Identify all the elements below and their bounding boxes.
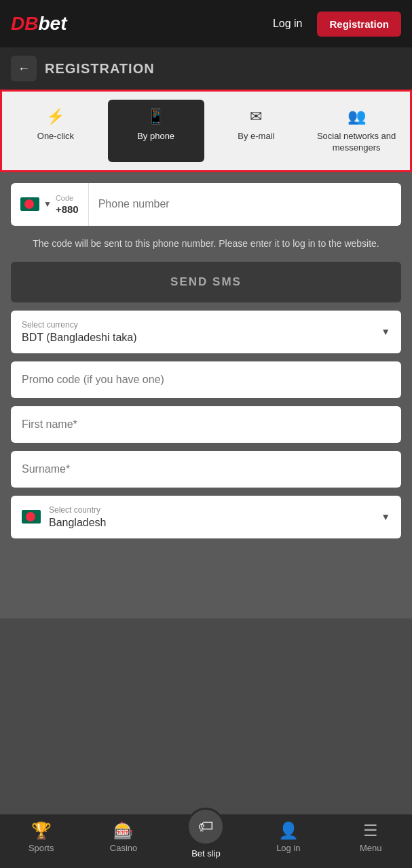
registration-button[interactable]: Registration — [317, 12, 401, 37]
tab-by-phone[interactable]: 📱 By phone — [108, 100, 204, 162]
currency-select[interactable]: Select currency BDT (Bangladeshi taka) ▼ — [11, 311, 401, 353]
bet-slip-label: Bet slip — [191, 848, 221, 859]
tab-by-email[interactable]: ✉ By e-mail — [208, 100, 305, 162]
method-tabs-wrapper: ⚡ One-click 📱 By phone ✉ By e-mail 👥 Soc… — [0, 90, 412, 172]
casino-icon: 🎰 — [113, 821, 134, 840]
code-label: Code — [56, 194, 79, 202]
currency-value: BDT (Bangladeshi taka) — [22, 332, 137, 344]
method-tabs: ⚡ One-click 📱 By phone ✉ By e-mail 👥 Soc… — [7, 100, 405, 162]
nav-item-login[interactable]: 👤 Log in — [261, 821, 316, 859]
page-title: REGISTRATION — [45, 61, 155, 77]
tab-one-click[interactable]: ⚡ One-click — [7, 100, 104, 162]
currency-label: Select currency — [22, 320, 137, 330]
country-select[interactable]: Select country Bangladesh ▼ — [11, 496, 401, 538]
bet-slip-circle: 🏷 — [187, 808, 225, 846]
surname-input[interactable] — [11, 451, 401, 488]
code-chevron-icon: ▼ — [43, 199, 52, 209]
tab-social-label: Social networks and messengers — [312, 131, 400, 154]
phone-input[interactable] — [89, 187, 401, 221]
currency-chevron-icon: ▼ — [381, 326, 390, 337]
country-flag-icon — [22, 510, 41, 524]
logo: DBbet — [11, 13, 67, 35]
country-code-selector[interactable]: ▼ Code +880 — [11, 183, 89, 226]
back-button[interactable]: ← — [11, 56, 37, 81]
bangladesh-flag-icon — [20, 197, 39, 211]
menu-label: Menu — [360, 843, 382, 853]
bottom-nav: 🏆 Sports 🎰 Casino 🏷 Bet slip 👤 Log in ☰ … — [0, 814, 412, 868]
casino-label: Casino — [110, 843, 137, 853]
lightning-icon: ⚡ — [46, 108, 64, 125]
email-icon: ✉ — [250, 108, 262, 125]
back-arrow-icon: ← — [18, 62, 30, 76]
tab-one-click-label: One-click — [37, 131, 74, 142]
login-button[interactable]: Log in — [265, 12, 311, 35]
code-value: +880 — [56, 203, 79, 215]
social-icon: 👥 — [348, 108, 366, 125]
country-value: Bangladesh — [49, 517, 107, 529]
login-nav-label: Log in — [276, 843, 300, 853]
country-label: Select country — [49, 505, 107, 515]
send-sms-button[interactable]: SEND SMS — [11, 262, 401, 302]
phone-info-text: The code will be sent to this phone numb… — [11, 234, 401, 254]
bet-slip-icon: 🏷 — [198, 818, 213, 835]
tab-social[interactable]: 👥 Social networks and messengers — [308, 100, 405, 162]
nav-item-casino[interactable]: 🎰 Casino — [96, 821, 151, 859]
tab-by-email-label: By e-mail — [238, 131, 274, 142]
sports-label: Sports — [29, 843, 54, 853]
form-area: ▼ Code +880 The code will be sent to thi… — [0, 172, 412, 618]
header: DBbet Log in Registration — [0, 0, 412, 47]
phone-icon: 📱 — [147, 108, 165, 125]
tab-by-phone-label: By phone — [137, 131, 174, 142]
nav-item-bet-slip[interactable]: 🏷 Bet slip — [179, 821, 233, 859]
login-nav-icon: 👤 — [278, 821, 299, 840]
phone-row: ▼ Code +880 — [11, 183, 401, 226]
country-chevron-icon: ▼ — [381, 511, 390, 522]
logo-db: DB — [11, 13, 38, 35]
nav-item-menu[interactable]: ☰ Menu — [343, 821, 398, 859]
promo-code-input[interactable] — [11, 361, 401, 398]
sports-icon: 🏆 — [31, 821, 52, 840]
menu-icon: ☰ — [363, 821, 378, 840]
nav-item-sports[interactable]: 🏆 Sports — [14, 821, 69, 859]
header-buttons: Log in Registration — [265, 12, 401, 37]
first-name-input[interactable] — [11, 406, 401, 443]
registration-bar: ← REGISTRATION — [0, 47, 412, 90]
logo-bet: bet — [38, 13, 67, 35]
